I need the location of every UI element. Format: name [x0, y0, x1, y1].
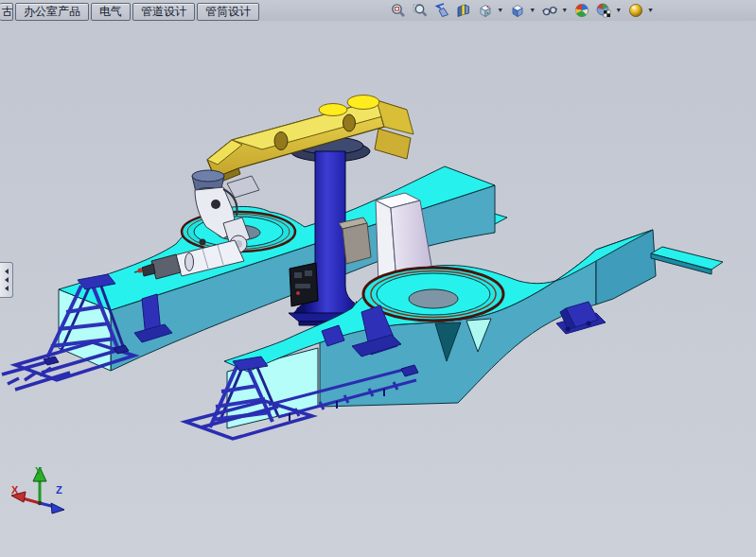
triad-z-arrow: [51, 503, 64, 513]
tab-partial[interactable]: 古: [0, 3, 13, 21]
command-manager-toolbar: 古 办公室产品 电气 管道设计 管筒设计: [0, 0, 756, 22]
view-settings-dropdown[interactable]: ▼: [615, 1, 622, 20]
triad-y-label: Y: [35, 465, 43, 477]
command-tabs: 古 办公室产品 电气 管道设计 管筒设计: [0, 0, 260, 21]
solidworks-window: 古 办公室产品 电气 管道设计 管筒设计: [0, 0, 756, 557]
collapse-arrow-icon: [5, 277, 9, 283]
view-settings-icon[interactable]: [593, 1, 613, 20]
edit-appearance-icon[interactable]: [625, 1, 645, 20]
boom-top-boss[interactable]: [319, 104, 347, 116]
zoom-to-fit-icon[interactable]: [388, 1, 408, 20]
view-orientation-icon[interactable]: [475, 1, 495, 20]
triad-z-label: Z: [56, 484, 62, 496]
triad-x-label: X: [11, 484, 19, 496]
graphics-area: X Y Z: [0, 21, 756, 557]
display-style-dropdown[interactable]: ▼: [529, 1, 536, 20]
heads-up-view-toolbar: ▼ ▼ ▼: [388, 1, 656, 20]
tab-piping-design[interactable]: 管道设计: [132, 3, 195, 21]
feature-panel-collapse-handle[interactable]: [0, 262, 13, 298]
tab-electrical[interactable]: 电气: [91, 3, 131, 21]
edit-appearance-dropdown[interactable]: ▼: [647, 1, 654, 20]
column-control-box[interactable]: [290, 263, 318, 306]
collapse-arrow-icon: [5, 269, 9, 274]
hide-show-items-icon[interactable]: [539, 1, 559, 20]
section-view-icon[interactable]: [453, 1, 473, 20]
right-ring-center-hole[interactable]: [409, 289, 458, 308]
right-beam-tail-plate[interactable]: [651, 247, 723, 274]
boom-top-boss[interactable]: [347, 96, 379, 110]
previous-view-icon[interactable]: [431, 1, 451, 20]
hide-show-items-dropdown[interactable]: ▼: [561, 1, 568, 20]
model-viewport-canvas[interactable]: X Y Z: [0, 21, 756, 557]
apply-scene-icon[interactable]: [571, 1, 591, 20]
collapse-arrow-icon: [5, 286, 9, 291]
tab-tubing-design[interactable]: 管筒设计: [197, 3, 259, 21]
robot-boom[interactable]: [207, 96, 413, 184]
view-orientation-dropdown[interactable]: ▼: [497, 1, 503, 20]
right-turntable-ring[interactable]: [363, 268, 503, 321]
display-style-icon[interactable]: [507, 1, 527, 20]
tab-office-products[interactable]: 办公室产品: [15, 3, 89, 21]
torch-tip: [138, 269, 143, 273]
orientation-triad: X Y Z: [11, 465, 64, 513]
zoom-to-area-icon[interactable]: [410, 1, 430, 20]
